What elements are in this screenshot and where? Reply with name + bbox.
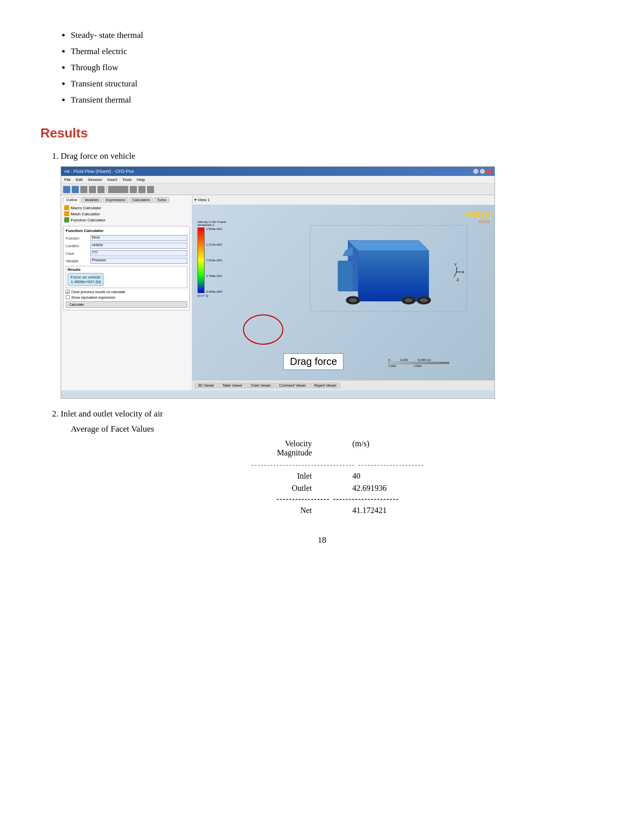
toolbar-icon-3[interactable] [80,186,87,193]
tab-chart-viewer[interactable]: Chart Viewer [247,383,274,388]
scale-6000: 6,000 (m) [418,358,431,361]
numbered-list: Drag force on vehicle A6 : Fluid Flow (F… [40,151,604,515]
menu-edit[interactable]: Edit [76,177,83,182]
velocity-header-row: Velocity Magnitude (m/s) [211,439,464,457]
colorbar-gradient [197,227,205,293]
location-field-input[interactable]: vehicle [90,243,187,249]
minimize-btn[interactable] [473,169,478,174]
location-dropdown[interactable] [108,186,128,193]
outlet-value: 42.691936 [353,484,413,493]
tab-table-viewer[interactable]: Table Viewer [219,383,246,388]
cfd-titlebar: A6 : Fluid Flow (Fluent) - CFD-Pos [61,167,494,176]
cfd-screenshot: A6 : Fluid Flow (Fluent) - CFD-Pos File … [61,166,495,399]
bullet-item-3: Through flow [71,63,604,73]
result-item-2: Inlet and outlet velocity of air Average… [61,409,604,515]
checkbox-clear-row: ✓ Clear previous results on calculate [66,290,187,294]
force-label: Force on vehicle [71,275,101,280]
bullet-list: Steady- state thermal Thermal electric T… [40,30,604,105]
svg-rect-3 [358,251,429,301]
function-field-row: Function force [66,235,187,241]
cfd-titlebar-controls [473,169,491,174]
toolbar-separator [106,186,107,193]
show-checkbox[interactable] [66,295,70,299]
svg-point-12 [420,298,428,302]
tab-comment-viewer[interactable]: Comment Viewer [275,383,310,388]
toolbar-icon-1[interactable] [63,186,70,193]
mesh-label: Mesh Calculator [71,212,100,216]
tab-turbo[interactable]: Turbo [154,197,169,203]
cfd-right-panel: ▾ View 1 ANSYS R14.5 Velocity in Stn Fra… [192,195,494,390]
velocity-subtitle: Average of Facet Values [71,424,604,434]
tab-expressions[interactable]: Expressions [103,197,128,203]
toolbar-icon-8[interactable] [147,186,154,193]
result2-label: Inlet and outlet velocity of air [61,409,163,419]
tree-item-function[interactable]: Function Calculator [63,217,190,223]
cfd-toolbar [61,184,494,195]
force-on-vehicle-value: Force on vehicle 1.4808e+007 [N] [68,273,104,286]
tree-item-macro[interactable]: Macro Calculator [63,205,190,211]
tab-3d-viewer[interactable]: 3D Viewer [194,383,218,388]
colorbar: Velocity in Stn FrameStreamline 1 1.503e… [197,220,226,297]
location-field-row: Location vehicle [66,243,187,249]
tab-variables[interactable]: Variables [81,197,102,203]
colorbar-val-1: 1.503e+002 [206,227,222,230]
results-box-label: Results [68,268,185,271]
results-heading: Results [40,125,604,141]
drag-force-circle [243,314,283,345]
tree-item-mesh[interactable]: Mesh Calculator [63,211,190,217]
divider-2: ----------------- --------------------- [211,496,464,503]
menu-session[interactable]: Session [88,177,102,182]
menu-insert[interactable]: Insert [107,177,117,182]
location-field-label: Location [66,244,88,248]
page-number: 18 [40,535,604,545]
tab-report-viewer[interactable]: Report Viewer [311,383,340,388]
clear-checkbox[interactable]: ✓ [66,290,70,294]
colorbar-val-5: 0.000e+000 [206,290,222,293]
colorbar-val-3: 7.516e+001 [206,259,222,262]
variable-field-input[interactable]: Pressure [90,258,187,264]
cfd-title-text: A6 : Fluid Flow (Fluent) - CFD-Pos [64,169,134,174]
tab-outline[interactable]: Outline [63,197,80,203]
divider-1: --------------------------------- ------… [211,461,464,469]
colorbar-title: Velocity in Stn FrameStreamline 1 [197,220,226,226]
outlet-label: Outlet [262,484,312,493]
svg-text:X: X [462,270,465,274]
svg-line-18 [454,272,457,277]
velocity-table: Velocity Magnitude (m/s) ---------------… [211,439,464,515]
menu-help[interactable]: Help [137,177,145,182]
function-calculator: Function Calculator Function force Locat… [63,226,190,310]
cfd-body: Outline Variables Expressions Calculator… [61,195,494,390]
result-item-1: Drag force on vehicle A6 : Fluid Flow (F… [61,151,604,399]
inlet-row: Inlet 40 [211,472,464,481]
mesh-icon [64,211,69,216]
view-selector[interactable]: ▾ View 1 [194,198,210,202]
bullet-item-2: Thermal electric [71,47,604,57]
inlet-value: 40 [353,472,413,481]
net-value: 41.172421 [353,506,413,515]
toolbar-icon-4[interactable] [89,186,96,193]
function-calc-title: Function Calculator [66,228,187,233]
cfd-bottom-tabs: 3D Viewer Table Viewer Chart Viewer Comm… [192,380,494,390]
menu-tools[interactable]: Tools [122,177,132,182]
toolbar-icon-2[interactable] [72,186,79,193]
variable-field-row: Variable Pressure [66,258,187,264]
tab-calculators[interactable]: Calculators [129,197,153,203]
show-checkbox-label: Show equivalent expression [71,296,115,299]
maximize-btn[interactable] [480,169,485,174]
toolbar-icon-7[interactable] [138,186,145,193]
close-btn[interactable] [486,169,491,174]
checkbox-show-row: Show equivalent expression [66,295,187,299]
toolbar-icon-6[interactable] [130,186,137,193]
macro-label: Macro Calculator [71,206,101,210]
inlet-label: Inlet [262,472,312,481]
case-field-input[interactable]: 777 [90,250,187,256]
function-field-input[interactable]: force [90,235,187,241]
colorbar-val-4: 3.758e+001 [206,274,222,277]
svg-marker-4 [348,241,429,251]
calculate-button[interactable]: Calculate [66,301,187,308]
toolbar-icon-5[interactable] [97,186,105,193]
menu-file[interactable]: File [64,177,71,182]
result1-label: Drag force on vehicle [61,151,135,161]
net-label: Net [262,506,312,515]
cfd-3d-area: ANSYS R14.5 Velocity in Stn FrameStreaml… [192,205,494,380]
